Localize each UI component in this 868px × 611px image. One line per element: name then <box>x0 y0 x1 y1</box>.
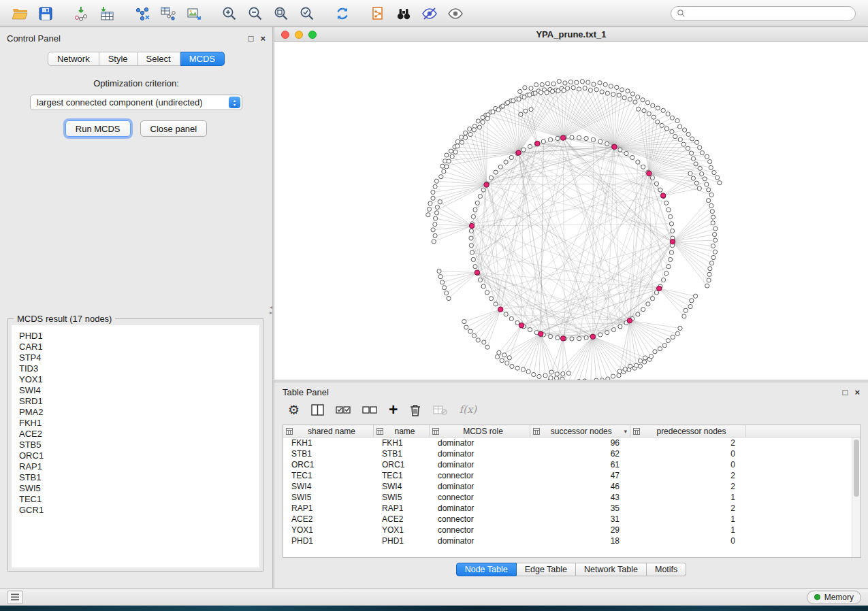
network-from-table-button[interactable] <box>155 3 181 24</box>
new-network-button[interactable] <box>129 3 155 24</box>
zoom-out-button[interactable] <box>242 3 268 24</box>
control-panel-title: Control Panel <box>7 33 242 44</box>
mcds-result-list[interactable]: PHD1CAR1STP4TID3YOX1SWI4SRD1PMA2FKH1ACE2… <box>12 325 259 567</box>
mcds-result-item[interactable]: ACE2 <box>19 429 259 440</box>
memory-button[interactable]: Memory <box>807 591 861 604</box>
global-search-box[interactable] <box>671 6 856 21</box>
column-header-name[interactable]: name <box>374 425 430 437</box>
float-table-panel-icon[interactable]: □ <box>843 388 848 397</box>
network-canvas[interactable] <box>274 42 868 380</box>
table-row[interactable]: RAP1RAP1dominator352 <box>283 503 861 514</box>
close-window-icon[interactable] <box>281 31 289 39</box>
close-table-panel-icon[interactable]: × <box>854 388 860 397</box>
table-panel-tabs: Node TableEdge TableNetwork TableMotifs <box>274 563 868 576</box>
import-table-icon <box>99 5 115 22</box>
vertical-splitter[interactable]: ◂▸ <box>272 27 274 588</box>
mcds-result-item[interactable]: STP4 <box>19 352 259 363</box>
show-panels-button[interactable] <box>7 591 23 604</box>
split-columns-icon[interactable] <box>311 404 324 416</box>
close-panel-icon[interactable]: × <box>260 34 266 43</box>
application-window: Control Panel □ × NetworkStyleSelectMCDS… <box>0 0 868 611</box>
import-network-button[interactable] <box>68 3 94 24</box>
table-row[interactable]: TEC1TEC1connector472 <box>283 470 861 481</box>
zoom-out-icon <box>247 5 263 22</box>
save-session-button[interactable] <box>33 3 59 24</box>
table-row[interactable]: PHD1PHD1dominator180 <box>283 535 861 546</box>
table-row[interactable]: SWI5SWI5connector431 <box>283 492 861 503</box>
mcds-result-item[interactable]: PHD1 <box>19 331 259 342</box>
node-table[interactable]: shared namenameMCDS rolesuccessor nodes▾… <box>283 425 861 558</box>
criterion-dropdown[interactable]: largest connected component (undirected)… <box>30 95 242 110</box>
tab-edge-table[interactable]: Edge Table <box>517 563 576 576</box>
table-row[interactable]: ACE2ACE2connector311 <box>283 514 861 525</box>
mcds-result-item[interactable]: YOX1 <box>19 374 259 385</box>
table-row[interactable]: STB1STB1dominator620 <box>283 448 861 459</box>
table-row[interactable]: FKH1FKH1dominator962 <box>283 437 861 448</box>
tab-network[interactable]: Network <box>48 52 99 66</box>
mcds-result-item[interactable]: TID3 <box>19 363 259 374</box>
zoom-in-button[interactable] <box>216 3 242 24</box>
tab-select[interactable]: Select <box>138 52 180 66</box>
network-view-window: YPA_prune.txt_1 <box>274 27 868 380</box>
mcds-result-item[interactable]: RAP1 <box>19 461 259 472</box>
open-session-button[interactable] <box>7 3 33 24</box>
select-all-icon[interactable] <box>336 406 351 414</box>
scrollbar-thumb[interactable] <box>854 440 859 497</box>
network-from-table-icon <box>160 5 176 22</box>
table-row[interactable]: YOX1YOX1connector291 <box>283 525 861 535</box>
mcds-result-item[interactable]: TEC1 <box>19 494 259 505</box>
tab-node-table[interactable]: Node Table <box>456 563 517 576</box>
sort-menu-arrow[interactable]: ▾ <box>624 428 627 435</box>
delete-column-trash-icon[interactable] <box>409 403 421 416</box>
mcds-result-item[interactable]: GCR1 <box>19 505 259 516</box>
show-graphics-details-button[interactable] <box>443 3 468 24</box>
mcds-result-item[interactable]: PMA2 <box>19 407 259 418</box>
zoom-selected-button[interactable] <box>294 3 320 24</box>
mcds-result-item[interactable]: ORC1 <box>19 450 259 461</box>
table-panel-title: Table Panel <box>283 387 836 397</box>
memory-status-icon <box>814 594 820 600</box>
table-row[interactable]: SWI4SWI4dominator462 <box>283 481 861 492</box>
deselect-all-icon[interactable] <box>362 406 377 414</box>
mcds-result-item[interactable]: STB5 <box>19 440 259 450</box>
import-table-button[interactable] <box>94 3 120 24</box>
close-panel-button[interactable]: Close panel <box>140 120 208 137</box>
tab-mcds[interactable]: MCDS <box>180 52 225 66</box>
export-document-button[interactable] <box>365 3 391 24</box>
hide-graphics-details-button[interactable] <box>417 3 443 24</box>
table-scrollbar[interactable] <box>852 437 861 557</box>
network-graph[interactable] <box>274 42 868 380</box>
maximize-window-icon[interactable] <box>308 31 317 39</box>
eye-icon <box>447 5 464 22</box>
tab-network-table[interactable]: Network Table <box>576 563 647 576</box>
mcds-result-item[interactable]: SWI5 <box>19 483 259 494</box>
mcds-result-item[interactable]: FKH1 <box>19 418 259 429</box>
table-settings-gear-icon[interactable]: ⚙ <box>288 402 300 418</box>
column-header-successor-nodes[interactable]: successor nodes▾ <box>530 425 630 437</box>
table-row[interactable]: ORC1ORC1dominator610 <box>283 459 861 470</box>
function-builder-icon[interactable]: f(x) <box>459 403 477 416</box>
column-header-predecessor-nodes[interactable]: predecessor nodes <box>630 425 746 437</box>
optimization-criterion-label: Optimization criterion: <box>0 78 272 88</box>
column-header-shared-name[interactable]: shared name <box>283 425 374 437</box>
minimize-window-icon[interactable] <box>295 31 303 39</box>
splitter-handle-icon[interactable]: ◂▸ <box>270 305 272 316</box>
tab-motifs[interactable]: Motifs <box>647 563 686 576</box>
tab-style[interactable]: Style <box>99 52 138 66</box>
network-window-titlebar[interactable]: YPA_prune.txt_1 <box>274 27 868 42</box>
find-button[interactable] <box>391 3 417 24</box>
zoom-fit-button[interactable] <box>268 3 294 24</box>
main-toolbar <box>0 0 868 27</box>
add-column-icon[interactable]: + <box>389 403 398 416</box>
export-image-button[interactable] <box>181 3 207 24</box>
column-header-MCDS-role[interactable]: MCDS role <box>430 425 530 437</box>
mcds-result-item[interactable]: STB1 <box>19 472 259 483</box>
search-input[interactable] <box>689 9 850 18</box>
float-panel-icon[interactable]: □ <box>248 34 254 43</box>
mcds-result-item[interactable]: CAR1 <box>19 342 259 352</box>
run-mcds-button[interactable]: Run MCDS <box>65 120 131 137</box>
mcds-result-item[interactable]: SRD1 <box>19 396 259 407</box>
mcds-result-item[interactable]: SWI4 <box>19 385 259 396</box>
apply-layout-button[interactable] <box>329 3 355 24</box>
delete-table-icon[interactable] <box>433 405 447 415</box>
